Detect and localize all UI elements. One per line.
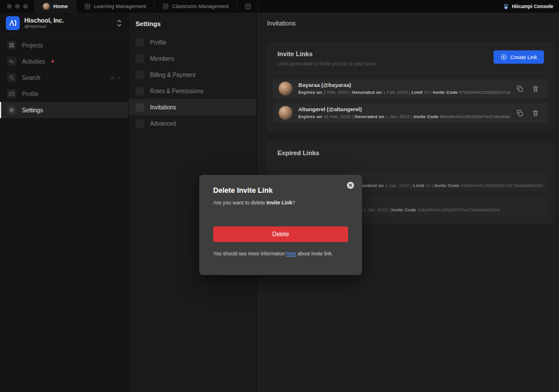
sidebar-item-search[interactable]: Search⌘ K bbox=[0, 69, 128, 86]
section-subtitle: Links generated to invite people to your… bbox=[277, 61, 377, 67]
tab-label: Home bbox=[53, 3, 68, 9]
section-title: Invite Links bbox=[277, 50, 377, 57]
search-icon bbox=[7, 73, 16, 82]
sidebar-item-settings[interactable]: Settings bbox=[0, 102, 128, 118]
traffic-light[interactable] bbox=[23, 4, 28, 9]
avatar bbox=[279, 106, 293, 120]
new-tab-button[interactable] bbox=[238, 0, 258, 13]
modal-body: Are you want to delete Invite Link? bbox=[213, 200, 348, 206]
topbar-tab-home[interactable]: Home bbox=[34, 0, 76, 13]
invite-link-row: Altangerel (@altangerel)Expires on 10 Fe… bbox=[273, 103, 549, 123]
sidebar-item-label: Settings bbox=[22, 107, 43, 113]
section-icon bbox=[136, 87, 144, 96]
settings-nav-item-label: Roles & Permissions bbox=[150, 88, 203, 94]
window-controls bbox=[0, 0, 35, 13]
modal-body-bold: Invite Link bbox=[266, 200, 293, 206]
trash-icon[interactable] bbox=[532, 85, 539, 93]
settings-nav-item-invitations[interactable]: Invitations bbox=[129, 99, 256, 115]
topbar: HomeLearning ManagementClassroom Managem… bbox=[0, 0, 559, 13]
invite-rows: Bayaraa (@bayaraa)Expires on 2 Feb, 2022… bbox=[273, 79, 549, 123]
settings-nav-item-advanced[interactable]: Advanced bbox=[129, 115, 256, 131]
invite-links-head: Invite Links Links generated to invite p… bbox=[273, 49, 549, 73]
row-actions bbox=[516, 109, 543, 117]
delete-button[interactable]: Delete bbox=[213, 226, 348, 242]
sidebar-item-projects[interactable]: Projects bbox=[0, 37, 128, 53]
modal-body-text: Are you want to delete bbox=[213, 200, 266, 206]
sidebar-item-activities[interactable]: Activities bbox=[0, 53, 128, 69]
modal-title: Delete Invite Link bbox=[213, 186, 348, 195]
org-name: Hischool, Inc. bbox=[24, 17, 64, 24]
section-icon bbox=[136, 119, 144, 128]
org-names: Hischool, Inc. @hischool bbox=[24, 17, 64, 29]
settings-nav-item-label: Profile bbox=[150, 39, 166, 46]
modal-body-text: ? bbox=[293, 200, 295, 206]
invite-links-section: Invite Links Links generated to invite p… bbox=[267, 42, 554, 131]
sidebar-item-label: Projects bbox=[22, 42, 43, 49]
settings-nav-item-billing-payment[interactable]: Billing & Payment bbox=[129, 67, 256, 83]
row-actions bbox=[516, 85, 543, 93]
settings-nav-item-members[interactable]: Members bbox=[129, 50, 256, 67]
modal-footer-text: You should see more information bbox=[213, 251, 286, 257]
chevron-updown-icon[interactable] bbox=[116, 19, 122, 27]
tab-label: Learning Management bbox=[94, 3, 146, 9]
copy-link-icon[interactable] bbox=[516, 109, 524, 117]
invitee-name: Bayaraa (@bayaraa) bbox=[298, 82, 510, 89]
modal-footer: You should see more information here abo… bbox=[213, 251, 348, 257]
create-link-button[interactable]: Create Link bbox=[494, 50, 544, 64]
invite-details: Expires on 2 Feb, 2022 | Generated on 1 … bbox=[298, 90, 510, 96]
settings-nav-item-label: Advanced bbox=[150, 120, 176, 127]
row-text: Bayaraa (@bayaraa)Expires on 2 Feb, 2022… bbox=[298, 82, 510, 96]
settings-nav-item-roles-permissions[interactable]: Roles & Permissions bbox=[129, 83, 256, 99]
page-title: Invitations bbox=[257, 13, 559, 34]
pulse-icon bbox=[7, 57, 16, 66]
section-icon bbox=[136, 103, 144, 112]
settings-nav-item-profile[interactable]: Profile bbox=[129, 34, 256, 50]
app-window: HomeLearning ManagementClassroom Managem… bbox=[0, 0, 559, 392]
topbar-tab-learning-management[interactable]: Learning Management bbox=[76, 0, 155, 13]
plus-circle-icon bbox=[500, 54, 507, 60]
console-label: Hiicampi Console bbox=[512, 3, 553, 9]
settings-nav-item-label: Billing & Payment bbox=[150, 72, 195, 78]
app-icon bbox=[163, 3, 169, 9]
invite-link-row: Bayaraa (@bayaraa)Expires on 2 Feb, 2022… bbox=[273, 79, 549, 98]
sidebar: Hischool, Inc. @hischool ProjectsActivit… bbox=[0, 13, 129, 392]
traffic-light[interactable] bbox=[15, 4, 20, 9]
sidebar-item-label: Search bbox=[22, 75, 41, 81]
section-icon bbox=[136, 54, 144, 63]
sidebar-item-label: Activities bbox=[22, 58, 45, 65]
settings-nav-list: ProfileMembersBilling & PaymentRoles & P… bbox=[129, 34, 256, 131]
sidebar-item-profile[interactable]: Profile bbox=[0, 86, 128, 102]
settings-nav-item-label: Members bbox=[150, 56, 174, 62]
invite-details: Expires on 10 Feb, 2022 | Generated on 1… bbox=[298, 114, 510, 120]
create-link-label: Create Link bbox=[510, 54, 537, 60]
here-link[interactable]: here bbox=[286, 251, 296, 257]
invite-links-titles: Invite Links Links generated to invite p… bbox=[277, 50, 377, 67]
gear-icon bbox=[7, 105, 16, 115]
section-icon bbox=[136, 38, 144, 47]
settings-nav-item-label: Invitations bbox=[150, 104, 176, 111]
topbar-tabs: HomeLearning ManagementClassroom Managem… bbox=[35, 0, 238, 13]
invitee-name: Altangerel (@altangerel) bbox=[298, 106, 510, 113]
org-switcher[interactable]: Hischool, Inc. @hischool bbox=[0, 13, 128, 34]
shortcut-hint: ⌘ K bbox=[110, 75, 121, 80]
grid-icon bbox=[7, 41, 16, 50]
close-icon[interactable] bbox=[346, 181, 355, 189]
app-icon bbox=[85, 3, 90, 9]
expired-links-head: Expired Links bbox=[273, 148, 549, 166]
avatar bbox=[279, 82, 293, 96]
org-logo bbox=[6, 16, 20, 30]
settings-nav-title: Settings bbox=[129, 13, 256, 34]
notification-dot bbox=[52, 60, 54, 63]
section-title: Expired Links bbox=[277, 149, 544, 156]
copy-link-icon[interactable] bbox=[516, 85, 524, 93]
org-handle: @hischool bbox=[24, 24, 64, 29]
section-icon bbox=[136, 71, 144, 79]
card-icon bbox=[7, 89, 16, 98]
traffic-light[interactable] bbox=[7, 4, 12, 9]
sidebar-item-label: Profile bbox=[22, 91, 38, 97]
hand-icon bbox=[503, 3, 509, 10]
trash-icon[interactable] bbox=[532, 109, 539, 117]
topbar-tab-classroom-management[interactable]: Classroom Management bbox=[154, 0, 238, 13]
console-brand: Hiicampi Console bbox=[497, 0, 559, 13]
sidebar-nav: ProjectsActivitiesSearch⌘ KProfileSettin… bbox=[0, 34, 128, 118]
